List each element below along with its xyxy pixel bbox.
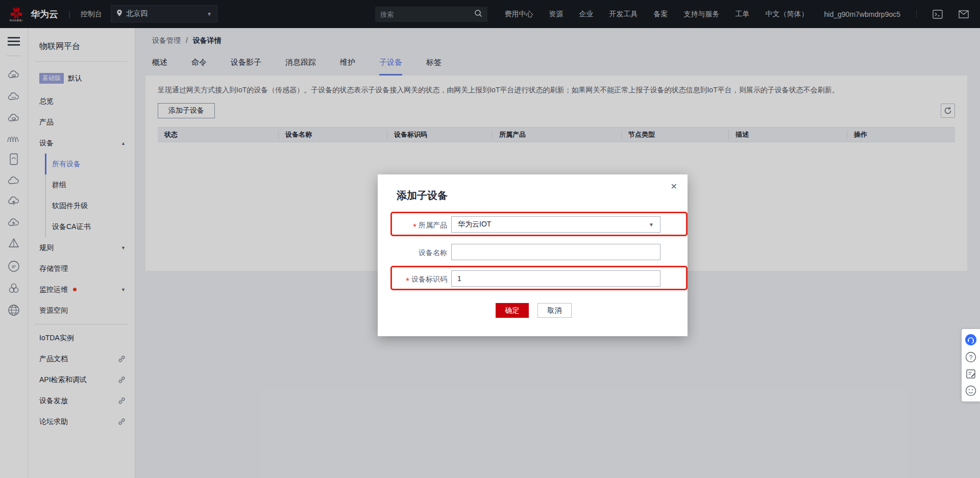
survey-icon[interactable] (965, 368, 976, 380)
field-label-device-name: 设备名称 (378, 248, 447, 258)
feedback-smiley-icon[interactable] (965, 385, 976, 396)
field-label-product: ★所属产品 (378, 221, 447, 230)
device-code-input[interactable] (451, 270, 660, 287)
product-select[interactable]: 华为云IOT ▼ (451, 216, 660, 233)
modal-title: 添加子设备 (397, 189, 448, 203)
add-sub-device-modal: ✕ 添加子设备 ★所属产品 华为云IOT ▼ 设备名称 ★设备标识码 确定 取消 (378, 174, 688, 336)
required-star-icon: ★ (405, 276, 410, 282)
help-icon[interactable]: ? (965, 351, 976, 363)
select-caret-icon: ▼ (649, 222, 654, 228)
required-star-icon: ★ (412, 222, 417, 228)
close-icon[interactable]: ✕ (671, 183, 677, 191)
confirm-button[interactable]: 确定 (496, 303, 529, 318)
field-label-device-code: ★设备标识码 (378, 275, 447, 284)
product-select-value: 华为云IOT (458, 220, 491, 229)
device-name-input[interactable] (451, 244, 660, 260)
svg-text:?: ? (969, 354, 973, 361)
customer-service-icon[interactable] (965, 334, 977, 346)
cancel-button[interactable]: 取消 (537, 303, 572, 318)
float-toolbar: ? (962, 329, 980, 401)
